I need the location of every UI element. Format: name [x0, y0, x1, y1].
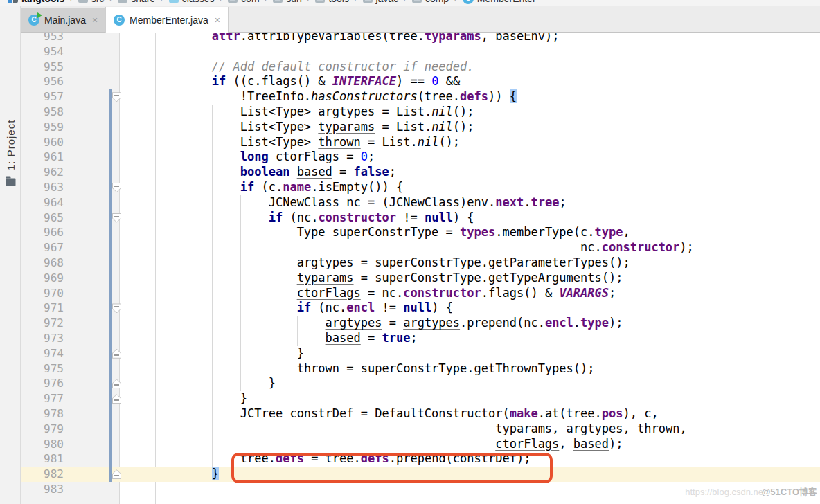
line-number: 976	[26, 376, 64, 391]
fold-up-icon[interactable]	[112, 349, 121, 359]
code-line-958[interactable]: 958 List<Type> argtypes = List.nil();	[21, 105, 820, 120]
code-text: JCTree constrDef = DefaultConstructor(ma…	[127, 406, 659, 422]
code-line-971[interactable]: 971 if (nc.encl != null) {	[21, 300, 820, 316]
class-icon: C	[114, 15, 125, 26]
code-line-966[interactable]: 966 Type superConstrType = types.memberT…	[21, 225, 820, 240]
code-line-973[interactable]: 973 based = true;	[21, 331, 820, 346]
breadcrumb-item-javac[interactable]: javac	[363, 0, 399, 4]
source-folder-icon	[169, 0, 179, 3]
line-number: 957	[26, 89, 64, 105]
code-text: // Add default constructor if needed.	[127, 60, 474, 75]
code-line-957[interactable]: 957 !TreeInfo.hasConstructors(tree.defs)…	[21, 89, 820, 105]
code-line-959[interactable]: 959 List<Type> typarams = List.nil();	[21, 120, 820, 135]
code-line-970[interactable]: 970 ctorFlags = nc.constructor.flags() &…	[21, 286, 820, 301]
line-number: 954	[26, 44, 64, 60]
breadcrumb-label: share	[131, 0, 155, 4]
vcs-change-bar[interactable]	[109, 89, 112, 482]
code-line-975[interactable]: 975 thrown = superConstrType.getThrownTy…	[21, 361, 820, 377]
code-text: if (nc.constructor != null) {	[127, 210, 474, 226]
code-line-962[interactable]: 962 boolean based = false;	[21, 165, 820, 180]
module-folder-icon	[8, 0, 18, 3]
line-number: 972	[26, 316, 64, 331]
code-line-954[interactable]: 954	[21, 44, 820, 60]
line-number: 965	[26, 210, 64, 226]
line-number: 974	[26, 346, 64, 361]
breadcrumb-separator: /	[265, 0, 268, 3]
breadcrumb-separator: /	[355, 0, 357, 3]
project-tool-button[interactable]: 1: Project	[2, 120, 19, 187]
breadcrumb-label: langtools	[21, 0, 64, 4]
code-text: }	[127, 467, 219, 482]
breadcrumb-label: src	[91, 0, 105, 4]
fold-down-icon[interactable]	[112, 303, 121, 313]
fold-down-icon[interactable]	[112, 92, 121, 102]
code-line-964[interactable]: 964 JCNewClass nc = (JCNewClass)env.next…	[21, 195, 820, 210]
code-text: Type superConstrType = types.memberType(…	[127, 225, 630, 240]
fold-down-icon[interactable]	[112, 213, 121, 223]
package-icon	[315, 0, 325, 3]
breadcrumb-label: com	[241, 0, 259, 4]
code-text: List<Type> typarams = List.nil();	[127, 120, 474, 135]
code-line-979[interactable]: 979 typarams, argtypes, thrown,	[21, 422, 820, 437]
close-tab-icon[interactable]: ×	[92, 15, 98, 25]
line-number: 970	[26, 286, 64, 301]
tab-main-java[interactable]: CMain.java×	[21, 8, 105, 32]
code-line-980[interactable]: 980 ctorFlags, based);	[21, 437, 820, 452]
folder-icon	[78, 0, 88, 3]
code-line-976[interactable]: 976 }	[21, 376, 820, 391]
breadcrumb-item-share[interactable]: share	[118, 0, 155, 4]
breadcrumb-separator: /	[220, 0, 223, 3]
tab-memberenter-java[interactable]: CMemberEnter.java×	[105, 7, 229, 33]
code-text: ctorFlags = nc.constructor.flags() & VAR…	[127, 286, 616, 301]
breadcrumb-item-langtools[interactable]: langtools	[8, 0, 64, 4]
code-line-961[interactable]: 961 long ctorFlags = 0;	[21, 150, 820, 165]
code-line-955[interactable]: 955 // Add default constructor if needed…	[21, 60, 820, 75]
breadcrumb-item-tools[interactable]: tools	[315, 0, 349, 4]
watermark-url: https://blog.csdn.ne	[685, 487, 763, 497]
code-line-953[interactable]: 953 attr.attribTypeVariables(tree.typara…	[21, 33, 820, 44]
code-text: if ((c.flags() & INTERFACE) == 0 &&	[127, 74, 460, 89]
class-icon: C	[463, 0, 474, 4]
code-text: argtypes = argtypes.prepend(nc.encl.type…	[127, 316, 623, 331]
line-number: 955	[26, 60, 64, 75]
code-text: }	[127, 346, 304, 361]
code-text: }	[127, 391, 247, 406]
code-text: if (nc.encl != null) {	[127, 300, 453, 316]
breadcrumb-item-memberenter[interactable]: CMemberEnter	[463, 0, 536, 4]
tab-label: MemberEnter.java	[130, 15, 208, 26]
code-text: tree.defs = tree.defs.prepend(constrDef)…	[127, 451, 531, 467]
code-line-956[interactable]: 956 if ((c.flags() & INTERFACE) == 0 &&	[21, 74, 820, 89]
fold-up-icon[interactable]	[112, 469, 121, 479]
fold-up-icon[interactable]	[112, 394, 121, 404]
code-line-963[interactable]: 963 if (c.name.isEmpty()) {	[21, 180, 820, 195]
code-line-967[interactable]: 967 nc.constructor);	[21, 240, 820, 255]
code-line-974[interactable]: 974 }	[21, 346, 820, 361]
breadcrumb-separator: /	[308, 0, 310, 3]
fold-down-icon[interactable]	[112, 183, 121, 192]
close-tab-icon[interactable]: ×	[215, 15, 220, 25]
package-icon	[273, 0, 283, 3]
code-line-960[interactable]: 960 List<Type> thrown = List.nil();	[21, 135, 820, 150]
run-overlay-icon	[37, 12, 42, 18]
fold-up-icon[interactable]	[112, 379, 121, 388]
breadcrumb-item-src[interactable]: src	[78, 0, 105, 4]
code-line-982[interactable]: 982 }	[21, 467, 820, 482]
line-number: 973	[26, 331, 64, 346]
line-number: 979	[26, 422, 64, 437]
breadcrumb-item-classes[interactable]: classes	[169, 0, 215, 4]
breadcrumb-item-com[interactable]: com	[228, 0, 259, 4]
breadcrumb-label: classes	[182, 0, 215, 4]
code-line-968[interactable]: 968 argtypes = superConstrType.getParame…	[21, 255, 820, 271]
code-text: if (c.name.isEmpty()) {	[127, 180, 403, 195]
breadcrumb-item-comp[interactable]: comp	[412, 0, 449, 4]
code-line-965[interactable]: 965 if (nc.constructor != null) {	[21, 210, 820, 226]
code-line-981[interactable]: 981 tree.defs = tree.defs.prepend(constr…	[21, 451, 820, 467]
breadcrumb-separator: /	[70, 0, 73, 3]
code-line-972[interactable]: 972 argtypes = argtypes.prepend(nc.encl.…	[21, 316, 820, 331]
package-icon	[412, 0, 422, 3]
code-line-977[interactable]: 977 }	[21, 391, 820, 406]
code-line-978[interactable]: 978 JCTree constrDef = DefaultConstructo…	[21, 406, 820, 422]
code-text: List<Type> argtypes = List.nil();	[127, 105, 474, 120]
code-line-969[interactable]: 969 typarams = superConstrType.getTypeAr…	[21, 271, 820, 286]
breadcrumb-item-sun[interactable]: sun	[273, 0, 302, 4]
